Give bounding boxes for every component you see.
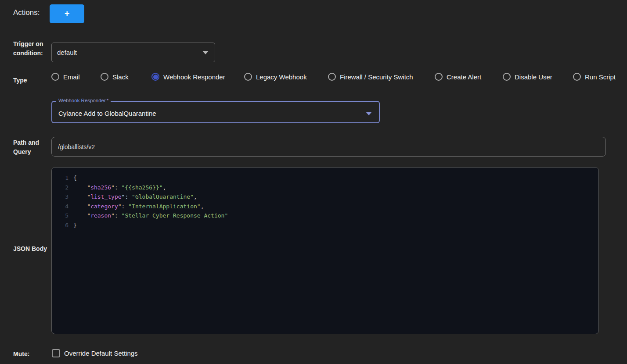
webhook-responder-float-label: Webhook Responder* bbox=[56, 98, 111, 103]
code-lines: 1{2 "sha256": "{{sha256}}",3 "list_type"… bbox=[52, 173, 598, 230]
radio-icon bbox=[151, 73, 159, 81]
radio-slack[interactable]: Slack bbox=[101, 73, 129, 81]
required-asterisk: * bbox=[107, 98, 108, 103]
action-config-panel: Actions: + Trigger on condition: default… bbox=[0, 0, 627, 364]
webhook-responder-value: Cylance Add to GlobalQuarantine bbox=[58, 110, 156, 117]
radio-run-script[interactable]: Run Script bbox=[573, 73, 616, 81]
radio-icon bbox=[244, 73, 252, 81]
code-line: 5 "reason": "Stellar Cyber Response Acti… bbox=[52, 211, 598, 221]
code-line: 3 "list_type": "GlobalQuarantine", bbox=[52, 192, 598, 202]
radio-webhook-responder[interactable]: Webhook Responder bbox=[151, 73, 225, 81]
code-line: 6} bbox=[52, 221, 598, 230]
radio-create-alert[interactable]: Create Alert bbox=[435, 73, 481, 81]
override-default-settings-checkbox[interactable] bbox=[52, 349, 60, 357]
radio-icon bbox=[503, 73, 511, 81]
radio-icon bbox=[573, 73, 581, 81]
plus-icon: + bbox=[65, 9, 70, 19]
type-label: Type bbox=[13, 76, 49, 85]
trigger-condition-select[interactable]: default bbox=[51, 43, 215, 62]
webhook-responder-select[interactable]: Webhook Responder* Cylance Add to Global… bbox=[51, 101, 380, 123]
code-line: 1{ bbox=[52, 173, 598, 183]
radio-disable-user[interactable]: Disable User bbox=[503, 73, 552, 81]
trigger-condition-label: Trigger on condition: bbox=[13, 39, 49, 58]
json-body-label: JSON Body bbox=[13, 244, 49, 253]
override-default-settings-label[interactable]: Override Default Settings bbox=[64, 350, 138, 357]
radio-icon bbox=[101, 73, 108, 81]
radio-legacy-webhook[interactable]: Legacy Webhook bbox=[244, 73, 307, 81]
radio-icon bbox=[435, 73, 443, 81]
radio-icon bbox=[328, 73, 336, 81]
add-action-button[interactable]: + bbox=[50, 4, 84, 23]
radio-icon bbox=[51, 73, 59, 81]
radio-firewall-security-switch[interactable]: Firewall / Security Switch bbox=[328, 73, 413, 81]
chevron-down-icon bbox=[366, 112, 372, 115]
path-and-query-label: Path and Query bbox=[13, 138, 49, 157]
path-and-query-input[interactable]: /globallists/v2 bbox=[51, 137, 606, 157]
radio-email[interactable]: Email bbox=[51, 73, 80, 81]
action-type-radio-group: Email Slack Webhook Responder Legacy Web… bbox=[51, 73, 627, 86]
chevron-down-icon bbox=[202, 51, 209, 54]
code-line: 4 "category": "InternalApplication", bbox=[52, 202, 598, 211]
trigger-condition-value: default bbox=[57, 49, 77, 56]
code-line: 2 "sha256": "{{sha256}}", bbox=[52, 183, 598, 193]
json-body-editor[interactable]: 1{2 "sha256": "{{sha256}}",3 "list_type"… bbox=[51, 167, 599, 334]
mute-label: Mute: bbox=[13, 350, 49, 359]
actions-label: Actions: bbox=[13, 8, 40, 17]
path-and-query-value: /globallists/v2 bbox=[58, 143, 95, 150]
